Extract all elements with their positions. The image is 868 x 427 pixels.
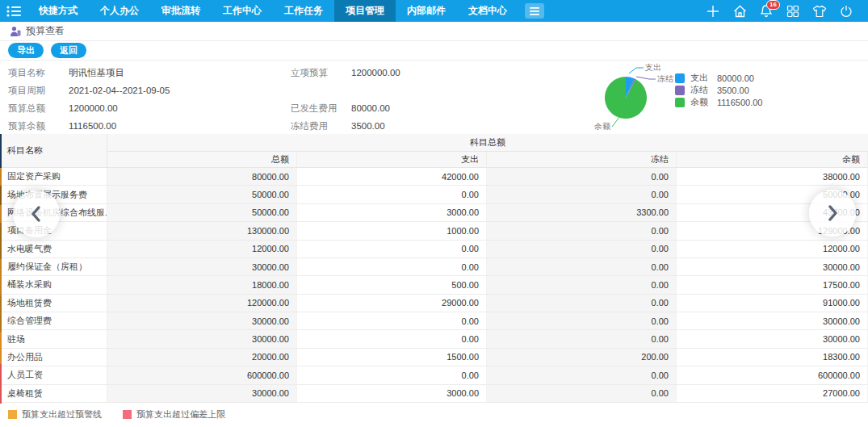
field-label: 立项预算 [291, 67, 351, 79]
table-row: 桌椅租赁30000.003000.000.0027000.00 [0, 385, 868, 403]
col-header-subject-name: 科目名称 [0, 134, 107, 168]
field-label: 项目周期 [8, 85, 69, 97]
legend-label: 预算支出超过偏差上限 [136, 408, 225, 421]
pie-label-expense: 支出 [645, 63, 661, 72]
legend-item-frozen[interactable]: 冻结 3500.00 [675, 84, 762, 96]
budget-balance-value: 1116500.00 [69, 121, 291, 131]
field-label: 项目名称 [8, 67, 69, 79]
status-color-legend: 预算支出超过预警线 预算支出超过偏差上限 [8, 408, 225, 421]
table-row: 履约保证金（房租）30000.000.000.0030000.00 [0, 258, 868, 276]
field-label: 预算总额 [8, 103, 69, 115]
project-name-value: 明讯恒基项目 [69, 67, 291, 79]
breadcrumb-bar: 预算查看 [0, 22, 868, 41]
legend-label: 预算支出超过预警线 [22, 408, 102, 421]
legend-swatch [675, 98, 685, 107]
nav-item-personal-office[interactable]: 个人办公 [89, 0, 150, 22]
table-row: 驻场30000.000.000.0030000.00 [0, 330, 868, 348]
legend-name: 支出 [690, 72, 711, 84]
legend-warning-line: 预算支出超过预警线 [8, 408, 102, 421]
field-label: 已发生费用 [291, 103, 351, 115]
sidebar-menu-icon[interactable] [0, 0, 27, 22]
field-label: 预算余额 [8, 120, 69, 132]
bell-icon[interactable]: 16 [757, 2, 775, 20]
budget-pie-chart: 支出 冻结 余额 [564, 63, 677, 132]
home-icon[interactable] [731, 2, 748, 20]
table-row: 场地租赁费120000.0029000.000.0091000.00 [0, 295, 868, 312]
legend-value: 3500.00 [717, 86, 749, 95]
apps-grid-icon[interactable] [784, 2, 802, 20]
col-header-expense: 支出 [297, 152, 487, 168]
legend-value: 80000.00 [717, 73, 754, 83]
table-header: 科目名称 科目总额 总额 支出 冻结 余额 [0, 134, 868, 168]
top-navbar: 快捷方式 个人办公 审批流转 工作中心 工作任务 项目管理 内部邮件 文档中心 [0, 0, 868, 22]
deviation-color-swatch [123, 410, 132, 419]
nav-item-work-center[interactable]: 工作中心 [212, 0, 273, 22]
legend-value: 1116500.00 [717, 98, 762, 107]
budget-summary-panel: 项目名称 明讯恒基项目 立项预算 1200000.00 项目周期 2021-02… [0, 61, 868, 134]
table-row: 办公用品20000.001500.00200.0018300.00 [0, 349, 868, 366]
budget-view-page: 快捷方式 个人办公 审批流转 工作中心 工作任务 项目管理 内部邮件 文档中心 [0, 0, 868, 427]
nav-item-internal-mail[interactable]: 内部邮件 [396, 0, 457, 22]
budget-total-value: 1200000.00 [69, 103, 291, 113]
nav-item-document-center[interactable]: 文档中心 [457, 0, 518, 22]
table-row: 人员工资600000.000.000.00600000.00 [0, 366, 868, 384]
pie-legend: 支出 80000.00 冻结 3500.00 余额 1116500.00 [675, 72, 762, 108]
col-header-total: 总额 [107, 152, 297, 168]
nav-item-project-management[interactable]: 项目管理 [334, 0, 396, 22]
legend-swatch [675, 73, 685, 83]
spent-cost-value: 80000.00 [351, 103, 529, 113]
export-button[interactable]: 导出 [8, 43, 44, 58]
col-header-subject-total-group: 科目总额 [107, 134, 868, 152]
plus-icon[interactable] [704, 2, 722, 20]
project-period-value: 2021-02-04--2021-09-05 [69, 86, 291, 95]
carousel-next-button[interactable] [809, 190, 856, 237]
pie-label-frozen: 冻结 [657, 74, 673, 83]
field-label: 冻结费用 [291, 120, 351, 132]
table-row: 固定资产采购80000.0042000.000.0038000.00 [0, 168, 868, 186]
table-row: 综合管理费30000.000.000.0030000.00 [0, 312, 868, 330]
approved-budget-value: 1200000.00 [351, 68, 529, 77]
warning-color-swatch [8, 410, 17, 419]
chevron-left-icon [27, 205, 45, 223]
table-row: 桶装水采购18000.00500.000.0017500.00 [0, 276, 868, 294]
toolbar: 导出 返回 [0, 41, 868, 61]
previous-slide-edge-peek [0, 134, 2, 404]
frozen-cost-value: 3500.00 [351, 121, 529, 131]
theme-shirt-icon[interactable] [811, 2, 828, 20]
pie-label-balance: 余额 [593, 122, 610, 131]
nav-item-work-tasks[interactable]: 工作任务 [273, 0, 334, 22]
chevron-right-icon [824, 204, 841, 222]
user-icon [10, 26, 21, 37]
legend-name: 余额 [690, 96, 711, 108]
nav-item-shortcuts[interactable]: 快捷方式 [27, 0, 89, 22]
notification-badge: 16 [766, 0, 780, 10]
legend-name: 冻结 [690, 84, 711, 96]
nav-item-approval-flow[interactable]: 审批流转 [150, 0, 212, 22]
carousel-prev-button[interactable] [13, 190, 60, 237]
legend-deviation-limit: 预算支出超过偏差上限 [123, 408, 225, 421]
more-menus-icon[interactable] [525, 3, 544, 19]
back-button[interactable]: 返回 [51, 43, 86, 58]
table-row: 场地布置展示服务费50000.000.000.0050000.00 [0, 186, 868, 203]
col-header-balance: 余额 [677, 152, 868, 168]
budget-subject-table: 科目名称 科目总额 总额 支出 冻结 余额 固定资产采购80000.004200… [0, 134, 868, 403]
table-row: 网络设备机房综合布线服...50000.003000.003300.004370… [0, 204, 868, 222]
col-header-frozen: 冻结 [487, 152, 677, 168]
page-title: 预算查看 [26, 24, 65, 38]
table-row: 项目备用金130000.001000.000.00129000.00 [0, 222, 868, 240]
legend-item-balance[interactable]: 余额 1116500.00 [675, 96, 762, 108]
table-row: 水电暖气费12000.000.000.0012000.00 [0, 241, 868, 258]
legend-item-expense[interactable]: 支出 80000.00 [675, 72, 762, 84]
legend-swatch [675, 86, 685, 95]
summary-fields: 项目名称 明讯恒基项目 立项预算 1200000.00 项目周期 2021-02… [8, 64, 529, 135]
power-icon[interactable] [837, 2, 855, 20]
